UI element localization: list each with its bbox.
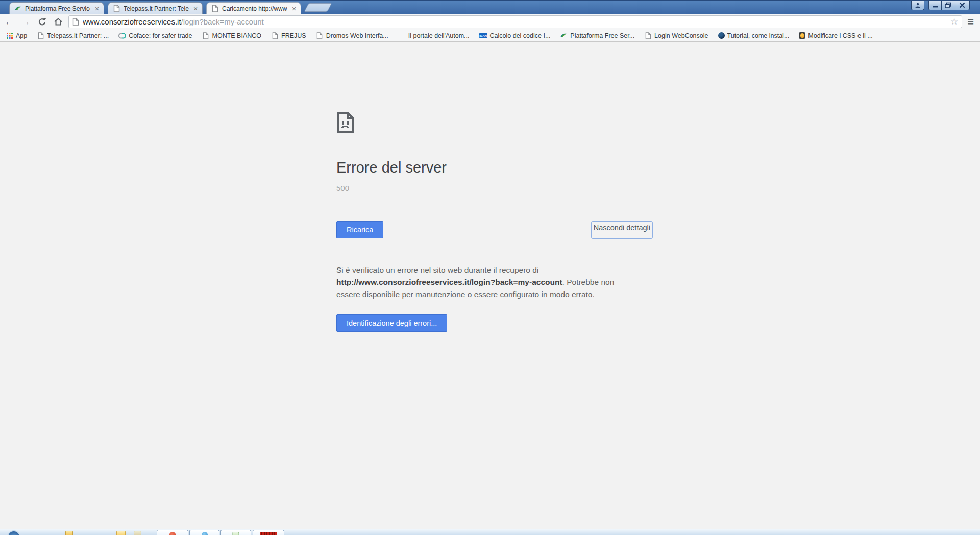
address-bar[interactable]: www.consorziofreeservices.it/login?back=… xyxy=(68,15,962,28)
bookmark-label: Piattaforma Free Ser... xyxy=(570,32,634,39)
tab-telepass-partner[interactable]: Telepass.it Partner: Telepa ✕ xyxy=(108,2,203,14)
tab-close-icon[interactable]: ✕ xyxy=(290,5,298,12)
hide-details-link[interactable]: Nascondi dettagli xyxy=(594,224,650,232)
taskbar-app-red[interactable] xyxy=(157,530,188,535)
coface-rings-icon xyxy=(118,32,126,39)
back-icon[interactable]: ← xyxy=(3,16,15,28)
url-host: www.consorziofreeservices.it xyxy=(83,17,181,26)
home-icon[interactable] xyxy=(52,16,64,28)
close-button[interactable] xyxy=(954,1,970,10)
taskbar-pinned-app-icon[interactable] xyxy=(65,531,73,535)
forward-icon[interactable]: → xyxy=(19,16,32,28)
page-icon xyxy=(316,32,324,39)
bookmark-label: Dromos Web Interfa... xyxy=(326,32,388,39)
taskbar-app-striped[interactable] xyxy=(253,530,284,535)
page-favicon-icon xyxy=(211,5,219,12)
page-content: Errore del server 500 Ricarica Nascondi … xyxy=(0,42,980,529)
swoosh-favicon-icon xyxy=(14,5,22,12)
sad-page-icon xyxy=(336,111,355,134)
error-description-prefix: Si è verificato un errore nel sito web d… xyxy=(336,265,538,274)
bookmark-label: Tutorial, come instal... xyxy=(727,32,790,39)
tab-title: Caricamento http://www.c xyxy=(222,5,287,12)
bookmark-tutorial[interactable]: Tutorial, come instal... xyxy=(718,32,790,39)
bookmark-apps[interactable]: App xyxy=(6,32,27,39)
restore-icon xyxy=(945,2,951,8)
bookmark-calcolo-iban[interactable]: IBAN Calcolo del codice I... xyxy=(479,32,551,39)
page-icon xyxy=(271,32,279,39)
maximize-button[interactable] xyxy=(941,1,954,10)
flame-dark-icon xyxy=(799,32,805,39)
minimize-button[interactable] xyxy=(928,1,941,10)
tab-close-icon[interactable]: ✕ xyxy=(93,5,101,12)
error-description-url: http://www.consorziofreeservices.it/logi… xyxy=(336,278,562,286)
swoosh-icon xyxy=(560,32,568,39)
bookmark-label: Modificare i CSS e il ... xyxy=(808,32,872,39)
bookmark-portale-automobilista[interactable]: Il portale dell'Autom... xyxy=(398,32,470,39)
bookmark-label: Login WebConsole xyxy=(654,32,708,39)
bookmark-frejus[interactable]: FREJUS xyxy=(271,32,306,39)
error-description: Si è verificato un errore nel sito web d… xyxy=(336,264,638,301)
bookmarks-bar: App Telepass.it Partner: ... Coface: for… xyxy=(0,30,980,42)
bookmark-modificare-css[interactable]: Modificare i CSS e il ... xyxy=(799,32,872,39)
apps-grid-icon xyxy=(6,32,13,39)
tab-title: Telepass.it Partner: Telepa xyxy=(124,5,189,12)
bookmark-label: Il portale dell'Autom... xyxy=(408,32,470,39)
close-icon xyxy=(959,2,965,8)
page-icon xyxy=(202,32,210,39)
page-favicon-icon xyxy=(113,5,120,12)
bookmark-monte-bianco[interactable]: MONTE BIANCO xyxy=(202,32,262,39)
bookmark-label: App xyxy=(16,32,27,39)
url-path: /login?back=my-account xyxy=(181,17,264,26)
bookmark-label: Calcolo del codice I... xyxy=(490,32,551,39)
tab-piattaforma-free-services[interactable]: Piattaforma Free Services ✕ xyxy=(9,2,104,14)
red-app-icon xyxy=(169,532,176,535)
taskbar-pinned-app-icon[interactable] xyxy=(134,531,141,535)
reload-icon[interactable] xyxy=(36,16,48,28)
bookmark-piattaforma-free-services[interactable]: Piattaforma Free Ser... xyxy=(560,32,634,39)
person-icon xyxy=(915,2,921,8)
start-button[interactable] xyxy=(7,530,20,535)
bookmark-label: MONTE BIANCO xyxy=(212,32,262,39)
server-error-panel: Errore del server 500 Ricarica Nascondi … xyxy=(336,42,643,332)
details-toggle-focus-ring: Nascondi dettagli xyxy=(591,221,653,239)
blue-app-icon xyxy=(202,532,208,535)
error-actions-row: Ricarica Nascondi dettagli xyxy=(336,221,643,239)
bookmark-dromos[interactable]: Dromos Web Interfa... xyxy=(316,32,388,39)
profile-button[interactable] xyxy=(911,1,924,10)
diagnose-errors-button[interactable]: Identificazione degli errori... xyxy=(336,314,447,332)
bookmark-label: Coface: for safer trade xyxy=(129,32,192,39)
globe-dark-icon xyxy=(718,32,725,39)
striped-app-icon xyxy=(260,532,277,535)
mosaic-icon xyxy=(398,32,406,39)
window-controls xyxy=(911,1,970,10)
taskbar-app-green[interactable] xyxy=(220,530,251,535)
browser-toolbar: ← → www.consorziofreeservices.it/login?b… xyxy=(0,14,980,30)
new-tab-button[interactable] xyxy=(304,3,332,12)
tab-close-icon[interactable]: ✕ xyxy=(192,5,199,12)
reload-button[interactable]: Ricarica xyxy=(336,221,383,238)
error-code: 500 xyxy=(336,184,643,192)
tab-title: Piattaforma Free Services xyxy=(25,5,90,12)
green-app-icon xyxy=(233,532,239,535)
minimize-icon xyxy=(932,2,938,8)
taskbar-app-blue[interactable] xyxy=(189,530,219,535)
page-icon xyxy=(644,32,652,39)
error-title: Errore del server xyxy=(336,159,643,176)
bookmark-label: Telepass.it Partner: ... xyxy=(47,32,109,39)
chrome-menu-icon[interactable]: ≡ xyxy=(966,16,975,28)
folder-icon[interactable] xyxy=(116,531,126,535)
bookmark-telepass-partner[interactable]: Telepass.it Partner: ... xyxy=(37,32,109,39)
bookmark-label: FREJUS xyxy=(281,32,306,39)
bookmark-coface[interactable]: Coface: for safer trade xyxy=(118,32,192,39)
page-icon xyxy=(72,18,79,26)
url-text[interactable]: www.consorziofreeservices.it/login?back=… xyxy=(83,17,947,26)
bookmark-star-icon[interactable]: ☆ xyxy=(950,17,958,26)
windows-taskbar xyxy=(0,529,980,535)
page-icon xyxy=(37,32,44,39)
bookmark-login-webconsole[interactable]: Login WebConsole xyxy=(644,32,708,39)
iban-badge-icon: IBAN xyxy=(479,33,487,38)
tab-caricamento-active[interactable]: Caricamento http://www.c ✕ xyxy=(206,2,301,14)
browser-title-bar: Piattaforma Free Services ✕ Telepass.it … xyxy=(0,0,980,14)
